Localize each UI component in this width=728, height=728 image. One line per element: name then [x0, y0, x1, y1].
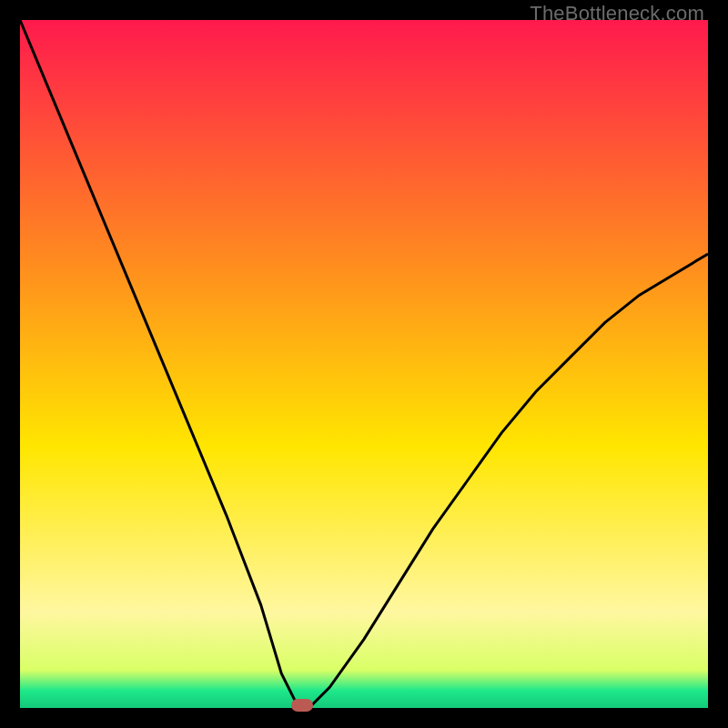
gradient-background — [20, 20, 708, 708]
bottleneck-chart — [20, 20, 708, 708]
chart-frame — [20, 20, 708, 708]
watermark-text: TheBottleneck.com — [530, 2, 704, 25]
optimal-marker — [291, 699, 313, 712]
